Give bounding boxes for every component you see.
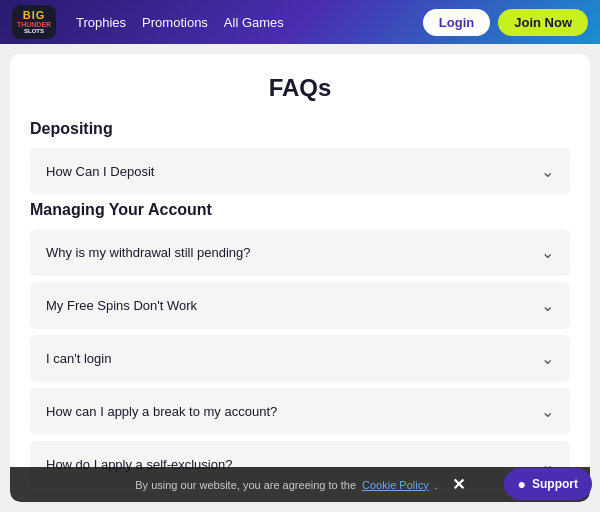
chevron-down-icon: ⌄	[541, 162, 554, 181]
faq-item-break[interactable]: How can I apply a break to my account? ⌄	[30, 388, 570, 435]
main-content: FAQs Depositing How Can I Deposit ⌄ Mana…	[10, 54, 590, 502]
cookie-text: By using our website, you are agreeing t…	[135, 479, 356, 491]
section-depositing-heading: Depositing	[30, 120, 570, 138]
nav-links: Trophies Promotions All Games	[76, 15, 423, 30]
header: BIG THUNDER SLOTS Trophies Promotions Al…	[0, 0, 600, 44]
cookie-close-button[interactable]: ✕	[452, 475, 465, 494]
logo[interactable]: BIG THUNDER SLOTS	[12, 5, 56, 39]
support-label: Support	[532, 477, 578, 491]
chevron-down-icon: ⌄	[541, 402, 554, 421]
cookie-policy-link[interactable]: Cookie Policy	[362, 479, 429, 491]
faq-item-withdrawal[interactable]: Why is my withdrawal still pending? ⌄	[30, 229, 570, 276]
nav-promotions[interactable]: Promotions	[142, 15, 208, 30]
faq-item-deposit[interactable]: How Can I Deposit ⌄	[30, 148, 570, 195]
support-icon: ●	[518, 476, 526, 492]
logo-text-thunder: THUNDER	[17, 21, 51, 28]
support-button[interactable]: ● Support	[504, 468, 592, 500]
faq-question-login: I can't login	[46, 351, 111, 366]
join-button[interactable]: Join Now	[498, 9, 588, 36]
nav-all-games[interactable]: All Games	[224, 15, 284, 30]
chevron-down-icon: ⌄	[541, 243, 554, 262]
logo-text-slots: SLOTS	[24, 28, 44, 34]
login-button[interactable]: Login	[423, 9, 490, 36]
faq-question-deposit: How Can I Deposit	[46, 164, 154, 179]
section-account-heading: Managing Your Account	[30, 201, 570, 219]
faq-question-break: How can I apply a break to my account?	[46, 404, 277, 419]
chevron-down-icon: ⌄	[541, 296, 554, 315]
faq-item-login[interactable]: I can't login ⌄	[30, 335, 570, 382]
page-title: FAQs	[30, 74, 570, 102]
chevron-down-icon: ⌄	[541, 349, 554, 368]
nav-trophies[interactable]: Trophies	[76, 15, 126, 30]
faq-question-withdrawal: Why is my withdrawal still pending?	[46, 245, 250, 260]
cookie-period: .	[435, 479, 438, 491]
header-buttons: Login Join Now	[423, 9, 588, 36]
cookie-banner: By using our website, you are agreeing t…	[10, 467, 590, 502]
logo-text-big: BIG	[23, 10, 46, 21]
faq-item-freespins[interactable]: My Free Spins Don't Work ⌄	[30, 282, 570, 329]
faq-question-freespins: My Free Spins Don't Work	[46, 298, 197, 313]
logo-box: BIG THUNDER SLOTS	[12, 5, 56, 39]
